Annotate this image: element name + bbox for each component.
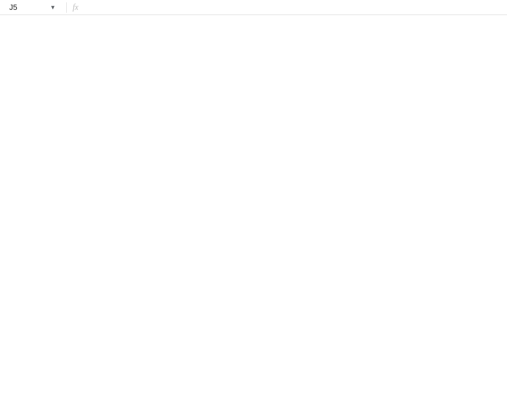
cell-reference-box[interactable]: J5	[5, 3, 50, 12]
fx-icon: fx	[73, 3, 78, 12]
dropdown-icon[interactable]: ▼	[50, 4, 56, 10]
divider	[66, 2, 67, 13]
formula-bar: J5 ▼ fx	[0, 0, 507, 15]
